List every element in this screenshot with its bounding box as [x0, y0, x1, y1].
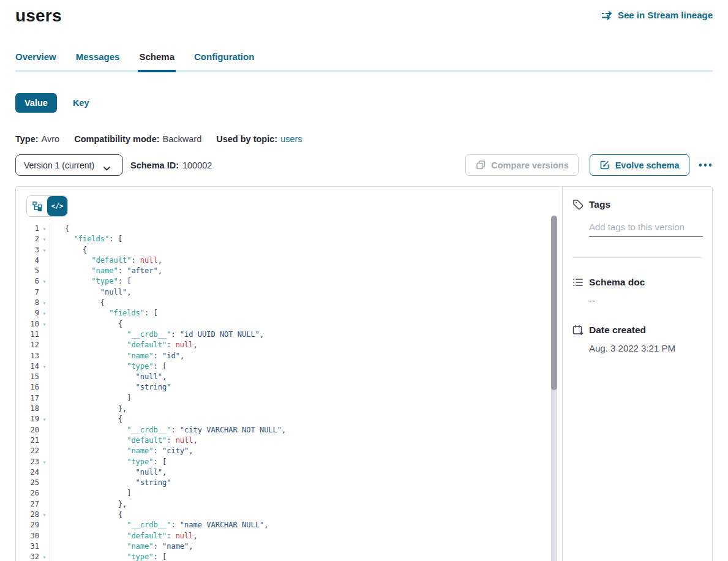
- code-line: "type": [: [65, 361, 286, 372]
- gutter-row: 29: [16, 520, 50, 530]
- line-number: 13: [16, 351, 39, 361]
- code-line: {: [65, 319, 286, 329]
- editor-scrollbar-thumb[interactable]: [551, 216, 557, 390]
- tab-schema[interactable]: Schema: [139, 51, 174, 70]
- line-number: 3: [16, 245, 39, 255]
- gutter-row: 14▾: [16, 361, 50, 372]
- stream-lineage-label: See in Stream lineage: [618, 10, 713, 20]
- fold-toggle-icon[interactable]: ▾: [39, 276, 50, 287]
- gutter-row: 26: [16, 488, 50, 499]
- schema-id-value: 100002: [182, 160, 212, 170]
- fold-spacer: [39, 425, 50, 435]
- code-line: "string": [65, 382, 286, 393]
- code-line: "type": [: [65, 276, 286, 287]
- code-view-icon: </>: [51, 202, 64, 210]
- see-in-stream-lineage-link[interactable]: See in Stream lineage: [601, 10, 713, 20]
- more-options-button[interactable]: [698, 160, 713, 170]
- line-number: 23: [16, 457, 39, 467]
- fold-toggle-icon[interactable]: ▾: [39, 224, 50, 234]
- code-line: "default": null,: [65, 340, 286, 350]
- code-line: "type": [: [65, 457, 286, 467]
- tab-configuration[interactable]: Configuration: [194, 51, 254, 70]
- compare-versions-button[interactable]: Compare versions: [465, 154, 579, 176]
- type-value: Avro: [42, 134, 60, 144]
- gutter-row: 32▾: [16, 552, 50, 561]
- line-number: 27: [16, 499, 39, 510]
- gutter-row: 5: [16, 266, 50, 276]
- date-created-value: Aug. 3 2022 3:21 PM: [589, 343, 703, 353]
- code-line: "fields": [: [65, 308, 286, 318]
- schema-doc-section: Schema doc --: [572, 277, 703, 306]
- fold-toggle-icon[interactable]: ▾: [39, 414, 50, 424]
- editor-scrollbar-track[interactable]: [551, 216, 557, 561]
- line-number: 19: [16, 414, 39, 424]
- tags-heading-label: Tags: [589, 199, 610, 210]
- code-line: },: [65, 404, 286, 414]
- compare-versions-label: Compare versions: [491, 160, 569, 170]
- gutter-row: 17: [16, 393, 50, 404]
- list-icon: [572, 277, 584, 288]
- value-toggle-button[interactable]: Value: [15, 93, 57, 113]
- gutter-row: 12: [16, 340, 50, 350]
- fold-toggle-icon[interactable]: ▾: [39, 552, 50, 561]
- fold-toggle-icon[interactable]: ▾: [39, 457, 50, 467]
- fold-toggle-icon[interactable]: ▾: [39, 308, 50, 318]
- line-number: 12: [16, 340, 39, 350]
- code-line: "name": "id",: [65, 351, 286, 361]
- line-number: 31: [16, 541, 39, 552]
- fold-spacer: [39, 488, 50, 499]
- fold-spacer: [39, 255, 50, 266]
- gutter-row: 21: [16, 435, 50, 446]
- gutter-row: 18: [16, 404, 50, 414]
- gutter-row: 3▾: [16, 245, 50, 255]
- code-line: ]: [65, 488, 286, 499]
- used-by-topic-link[interactable]: users: [280, 134, 302, 144]
- tab-overview[interactable]: Overview: [15, 51, 56, 70]
- schema-sidebar: Tags Schema doc --: [562, 187, 712, 561]
- fold-toggle-icon[interactable]: ▾: [39, 510, 50, 520]
- schema-page: users See in Stream lineage Overview Mes…: [0, 0, 728, 561]
- version-select[interactable]: Version 1 (current): [15, 154, 123, 176]
- gutter-row: 7: [16, 287, 50, 298]
- schema-view-toggle: </>: [26, 195, 68, 217]
- gutter-row: 16: [16, 382, 50, 393]
- tree-view-button[interactable]: [27, 196, 47, 216]
- fold-spacer: [39, 467, 50, 478]
- evolve-schema-button[interactable]: Evolve schema: [590, 154, 689, 176]
- fold-spacer: [39, 541, 50, 552]
- fold-spacer: [39, 372, 50, 382]
- stream-lineage-icon: [601, 10, 614, 20]
- fold-toggle-icon[interactable]: ▾: [39, 234, 50, 244]
- line-number: 18: [16, 404, 39, 414]
- line-number: 32: [16, 552, 39, 561]
- calendar-icon: [572, 325, 584, 336]
- line-number: 30: [16, 531, 39, 541]
- fold-toggle-icon[interactable]: ▾: [39, 319, 50, 329]
- gutter-row: 22: [16, 446, 50, 456]
- date-created-heading-label: Date created: [589, 325, 646, 336]
- line-number: 5: [16, 266, 39, 276]
- line-number: 2: [16, 234, 39, 244]
- line-number: 21: [16, 435, 39, 446]
- line-number: 28: [16, 510, 39, 520]
- tags-input[interactable]: [589, 222, 703, 237]
- code-line: "name": "after",: [65, 266, 286, 276]
- fold-toggle-icon[interactable]: ▾: [39, 298, 50, 308]
- code-line: "null",: [65, 372, 286, 382]
- line-number: 26: [16, 488, 39, 499]
- tab-messages[interactable]: Messages: [76, 51, 120, 70]
- fold-toggle-icon[interactable]: ▾: [39, 245, 50, 255]
- code-line: {: [65, 298, 286, 308]
- code-view-button[interactable]: </>: [47, 196, 67, 216]
- line-number: 29: [16, 520, 39, 530]
- schema-metadata: Type: Avro Compatibility mode: Backward …: [15, 134, 713, 144]
- fold-toggle-icon[interactable]: ▾: [39, 361, 50, 372]
- code-line: ]: [65, 393, 286, 404]
- gutter-row: 19▾: [16, 414, 50, 424]
- fold-spacer: [39, 266, 50, 276]
- code-line: {: [65, 510, 286, 520]
- line-number: 20: [16, 425, 39, 435]
- schema-code-editor[interactable]: 1▾2▾3▾456▾78▾9▾10▾11121314▾1516171819▾20…: [16, 224, 562, 561]
- key-toggle-link[interactable]: Key: [73, 98, 89, 108]
- schema-doc-heading-label: Schema doc: [589, 277, 645, 288]
